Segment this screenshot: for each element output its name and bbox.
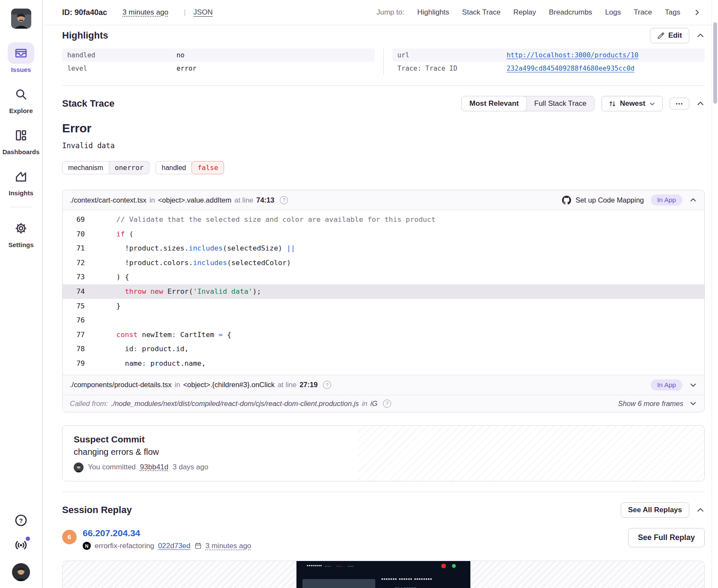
show-more-frames[interactable]: Show 6 more frames	[618, 400, 697, 408]
code-line: 72 !product.colors.includes(selectedColo…	[63, 256, 704, 270]
user-avatar[interactable]	[12, 563, 30, 581]
sidebar-item-label: Settings	[8, 241, 33, 248]
broadcast-icon[interactable]	[14, 538, 28, 552]
more-options-button[interactable]: •••	[670, 98, 689, 110]
main-panel: ID: 90fa40ac 3 minutes ago | JSON Jump t…	[43, 0, 718, 588]
jump-link-tags[interactable]: Tags	[665, 8, 680, 17]
collapse-frame-icon[interactable]	[689, 196, 697, 204]
sidebar-nav: Issues Explore Dashboards Insights	[3, 42, 40, 248]
line-number: 78	[63, 342, 85, 356]
line-number: 72	[63, 256, 85, 270]
jump-link-highlights[interactable]: Highlights	[417, 8, 449, 17]
question-circle-icon[interactable]: ?	[323, 381, 331, 389]
release-commit-link[interactable]: 022d73ed	[158, 542, 191, 550]
avatar-photo	[12, 563, 30, 581]
show-more-frames-label: Show 6 more frames	[618, 400, 683, 408]
called-from-function: iG	[370, 400, 377, 408]
github-icon	[562, 196, 571, 205]
scrollbar-thumb[interactable]	[713, 22, 717, 104]
tag-key: handled	[156, 161, 192, 174]
session-replay-section: Session Replay See All Replays 6 66.207.…	[62, 502, 705, 588]
full-stack-trace-tab[interactable]: Full Stack Trace	[527, 96, 594, 111]
sidebar-item-explore[interactable]: Explore	[8, 84, 34, 114]
code-line: 77 const newItem: CartItem = {	[63, 328, 704, 342]
sort-newest-button[interactable]: Newest	[601, 96, 663, 111]
see-full-replay-button[interactable]: See Full Replay	[628, 528, 705, 547]
highlight-value: error	[177, 65, 197, 72]
replay-thumbnail: ******** **** **** **** ******* ****** *…	[296, 561, 470, 588]
line-number: 70	[63, 227, 85, 242]
code-text: const newItem: CartItem = {	[91, 328, 231, 342]
question-circle-icon[interactable]: ?	[383, 400, 391, 408]
highlight-key: url	[398, 51, 507, 59]
stack-frame-header[interactable]: ./context/cart-context.tsx in <object>.v…	[63, 190, 704, 210]
commit-hash-link[interactable]: 93bb41d	[140, 463, 168, 472]
tag-value: false	[191, 161, 224, 174]
avatar-photo	[11, 9, 31, 29]
sidebar-bottom: ?	[12, 513, 30, 588]
replay-ip-link[interactable]: 66.207.204.34	[83, 528, 140, 538]
most-relevant-tab[interactable]: Most Relevant	[461, 96, 527, 111]
code-line: 79 name: product.name,	[63, 356, 704, 371]
line-number: 74	[63, 284, 85, 299]
commit-time: 3 days ago	[173, 463, 208, 472]
collapse-stack-trace-icon[interactable]	[696, 99, 705, 108]
highlight-key: handled	[67, 51, 177, 59]
code-line: 71 !product.sizes.includes(selectedSize)…	[63, 241, 704, 256]
code-text: name: product.name,	[91, 356, 206, 371]
collapse-highlights-icon[interactable]	[696, 31, 705, 40]
event-id: ID: 90fa40ac	[62, 8, 107, 17]
code-text: id: product.id,	[91, 342, 189, 356]
replay-player[interactable]: ******** **** **** **** ******* ****** *…	[62, 561, 705, 588]
event-time-ago[interactable]: 3 minutes ago	[123, 8, 168, 17]
code-line: 78 id: product.id,	[63, 342, 704, 356]
org-avatar[interactable]	[11, 9, 31, 29]
expand-frame-icon[interactable]	[689, 381, 697, 389]
replay-count-badge: 6	[62, 530, 77, 544]
jump-link-logs[interactable]: Logs	[605, 8, 621, 17]
chevron-right-icon[interactable]	[693, 9, 701, 16]
setup-code-mapping-link[interactable]: Set up Code Mapping	[562, 196, 644, 205]
stack-frame-header[interactable]: ./components/product-details.tsx in <obj…	[63, 375, 704, 395]
dashboards-icon	[8, 125, 34, 146]
sidebar-item-insights[interactable]: Insights	[8, 166, 34, 197]
scrollbar-track[interactable]	[712, 0, 718, 588]
line-number: 71	[63, 241, 85, 256]
question-circle-icon[interactable]: ?	[280, 196, 288, 204]
collapse-replay-icon[interactable]	[696, 506, 705, 514]
chevron-down-icon	[649, 101, 655, 107]
jump-link-breadcrumbs[interactable]: Breadcrumbs	[549, 8, 592, 17]
event-content: Highlights Edit handled no	[43, 25, 718, 588]
json-link[interactable]: JSON	[193, 8, 212, 17]
sidebar-item-issues[interactable]: Issues	[8, 42, 34, 73]
jump-link-replay[interactable]: Replay	[513, 8, 536, 17]
code-line: 73 ) {	[63, 270, 704, 284]
error-type: Error	[62, 122, 705, 135]
masked-nav-item: ****	[325, 565, 331, 568]
help-icon[interactable]: ?	[14, 513, 28, 527]
trace-id-link[interactable]: 232a499cd845409288f4680ee935cc0d	[507, 65, 635, 72]
sidebar-item-settings[interactable]: Settings	[8, 218, 34, 248]
url-link[interactable]: http://localhost:3000/products/10	[507, 51, 639, 59]
jump-link-trace[interactable]: Trace	[634, 8, 652, 17]
sidebar-item-dashboards[interactable]: Dashboards	[3, 125, 40, 155]
release-branch: errorfix-refactoring	[95, 542, 154, 550]
see-all-replays-button[interactable]: See All Replays	[621, 502, 689, 518]
search-icon	[8, 84, 34, 105]
section-divider	[62, 492, 705, 492]
in-app-badge[interactable]: In App	[651, 379, 682, 391]
code-line: 75 }	[63, 299, 704, 313]
frame-in-label: in	[150, 196, 155, 204]
called-from-label: Called from:	[70, 400, 108, 408]
committer-row: You committed 93bb41d 3 days ago	[74, 463, 693, 472]
jump-link-stack-trace[interactable]: Stack Trace	[462, 8, 501, 17]
edit-highlights-button[interactable]: Edit	[650, 28, 689, 43]
mechanism-tag: mechanism onerror	[62, 161, 150, 174]
in-app-badge[interactable]: In App	[651, 194, 682, 206]
notification-dot	[26, 537, 30, 541]
code-text: !product.sizes.includes(selectedSize) ||	[91, 241, 295, 256]
replay-time-ago[interactable]: 3 minutes ago	[206, 542, 251, 550]
stack-trace-toggle: Most Relevant Full Stack Trace	[461, 96, 595, 111]
event-header-bar: ID: 90fa40ac 3 minutes ago | JSON Jump t…	[43, 0, 718, 25]
jump-to-label: Jump to:	[377, 8, 404, 17]
